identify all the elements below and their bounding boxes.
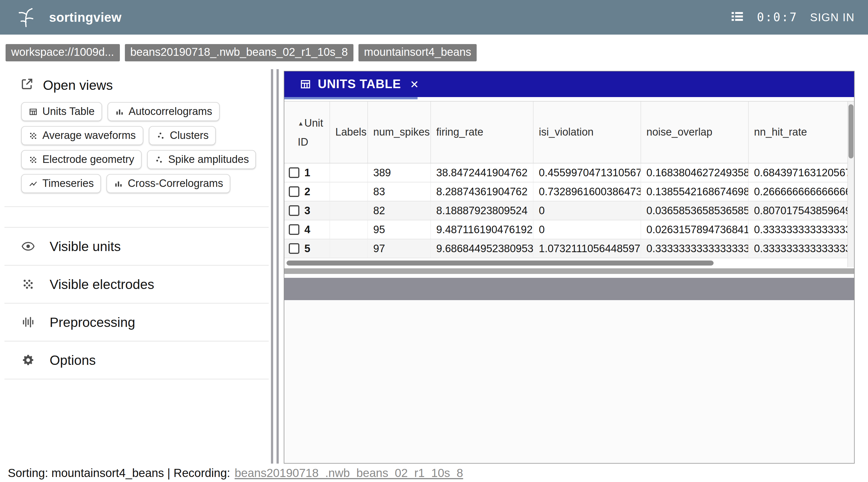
table-row: 2 83 8.28874361904762 0.7328961600386473… (284, 182, 854, 201)
open-electrode-geometry-button[interactable]: Electrode geometry (21, 150, 142, 169)
open-views-header: Open views (20, 77, 261, 93)
sidebar-item-options[interactable]: Options (4, 341, 269, 379)
cell-isi-violation: 1.0732111056448597 (533, 239, 641, 258)
status-bar: Sorting: mountainsort4_beans | Recording… (0, 464, 868, 482)
open-views-section: Open views Units Table Autocorrelograms … (4, 69, 269, 207)
unit-id: 4 (304, 223, 310, 236)
cell-noise-overlap: 0.03658536585365857 (641, 201, 748, 220)
tab-strip (284, 97, 854, 99)
column-header-firing-rate[interactable]: firing_rate (430, 102, 533, 163)
open-autocorrelograms-button[interactable]: Autocorrelograms (107, 102, 219, 121)
open-cross-correlograms-button[interactable]: Cross-Correlograms (106, 174, 230, 193)
cell-nn-hit-rate: 0.8070175438596491 (748, 201, 854, 220)
open-timeseries-button[interactable]: Timeseries (21, 174, 101, 193)
column-header-num-spikes[interactable]: num_spikes (367, 102, 430, 163)
app-title: sortingview (49, 10, 122, 25)
sortingview-app: sortingview 0:0:7 SIGN IN workspace://10… (0, 0, 868, 482)
cell-nn-hit-rate: 0.6843971631205674 (748, 163, 854, 182)
units-table-titlebar: UNITS TABLE ✕ (284, 72, 854, 97)
panel-splitter[interactable] (271, 69, 279, 463)
sidebar-item-visible-units[interactable]: Visible units (4, 228, 269, 265)
breadcrumb-workspace[interactable]: workspace://1009d... (6, 44, 120, 61)
launch-icon (20, 77, 34, 93)
breadcrumb-recording[interactable]: beans20190718_.nwb_beans_02_r1_10s_8 (125, 44, 353, 61)
units-table: ▲Unit ID Labels num_spikes firing_rate i… (284, 102, 854, 258)
sign-in-button[interactable]: SIGN IN (810, 11, 855, 24)
cell-num-spikes: 95 (367, 220, 430, 239)
table-row: 1 389 38.8472441904762 0.455997047131056… (284, 163, 854, 182)
cell-nn-hit-rate: 0.3333333333333333 (748, 239, 854, 258)
cell-firing-rate: 8.18887923809524 (430, 201, 533, 220)
units-table-title: UNITS TABLE (318, 77, 401, 91)
cell-labels (330, 220, 367, 239)
cell-num-spikes: 389 (367, 163, 430, 182)
app-bar-right: 0:0:7 SIGN IN (730, 9, 855, 26)
sort-ascending-icon: ▲ (298, 120, 304, 126)
unit-id: 5 (304, 243, 310, 255)
grain-icon (28, 155, 38, 164)
task-queue-icon[interactable] (730, 9, 745, 26)
open-clusters-button[interactable]: Clusters (149, 126, 216, 145)
cell-labels (330, 201, 367, 220)
vertical-scrollbar[interactable] (847, 102, 854, 267)
column-header-nn-hit-rate[interactable]: nn_hit_rate (748, 102, 854, 163)
open-views-buttons: Units Table Autocorrelograms Average wav… (20, 102, 261, 193)
open-units-table-button[interactable]: Units Table (21, 102, 102, 121)
main-panel: UNITS TABLE ✕ ▲Unit ID Labels num_s (284, 71, 855, 463)
task-monitor-counter[interactable]: 0:0:7 (757, 10, 798, 24)
column-header-noise-overlap[interactable]: noise_overlap (641, 102, 748, 163)
south-panel (284, 300, 854, 463)
units-table-view: ▲Unit ID Labels num_spikes firing_rate i… (284, 101, 854, 267)
cell-firing-rate: 38.8472441904762 (430, 163, 533, 182)
close-icon[interactable]: ✕ (410, 79, 419, 89)
status-recording-link[interactable]: beans20190718_.nwb_beans_02_r1_10s_8 (235, 466, 463, 480)
cell-labels (330, 239, 367, 258)
cell-labels (330, 182, 367, 201)
sortingview-logo-icon (14, 6, 38, 29)
horizontal-scrollbar-thumb[interactable] (286, 260, 714, 265)
column-header-isi-violation[interactable]: isi_violation (533, 102, 641, 163)
sidebar-item-preprocessing[interactable]: Preprocessing (4, 304, 269, 341)
left-sidebar: Open views Units Table Autocorrelograms … (4, 69, 269, 379)
breadcrumb-sorting[interactable]: mountainsort4_beans (359, 44, 477, 61)
row-checkbox[interactable] (289, 167, 299, 178)
table-header-row: ▲Unit ID Labels num_spikes firing_rate i… (284, 102, 854, 163)
active-tab-indicator (284, 97, 417, 99)
gear-icon (21, 353, 35, 367)
row-checkbox[interactable] (289, 205, 299, 216)
south-panel-splitter-bar[interactable] (284, 278, 854, 300)
bottom-scroll-track[interactable] (284, 268, 854, 274)
sidebar-item-visible-electrodes[interactable]: Visible electrodes (4, 265, 269, 304)
row-checkbox[interactable] (289, 243, 299, 254)
scatter-icon (154, 155, 164, 164)
unit-id: 2 (304, 186, 310, 198)
app-bar: sortingview 0:0:7 SIGN IN (0, 0, 868, 35)
cell-num-spikes: 97 (367, 239, 430, 258)
cell-labels (330, 163, 367, 182)
column-header-labels[interactable]: Labels (330, 102, 367, 163)
column-header-unit-id[interactable]: ▲Unit ID (284, 102, 330, 163)
scatter-icon (156, 131, 165, 140)
equalizer-icon (21, 315, 35, 329)
sidebar-section-list: Visible units Visible electrodes Preproc… (4, 227, 269, 379)
cell-noise-overlap: 0.13855421686746983 (641, 182, 748, 201)
table-row: 3 82 8.18887923809524 0 0.03658536585365… (284, 201, 854, 220)
cell-noise-overlap: 0.02631578947368418 (641, 220, 748, 239)
row-checkbox[interactable] (289, 224, 299, 235)
cell-firing-rate: 8.28874361904762 (430, 182, 533, 201)
cell-noise-overlap: 0.1683804627249358 (641, 163, 748, 182)
cell-firing-rate: 9.686844952380953 (430, 239, 533, 258)
open-average-waveforms-button[interactable]: Average waveforms (21, 126, 143, 145)
unit-id: 1 (304, 167, 310, 179)
eye-icon (21, 239, 35, 253)
cell-isi-violation: 0.7328961600386473 (533, 182, 641, 201)
open-views-title: Open views (43, 77, 113, 93)
cell-firing-rate: 9.487116190476192 (430, 220, 533, 239)
grain-icon (28, 131, 38, 140)
status-sorting-label: Sorting: mountainsort4_beans | Recording… (8, 466, 230, 480)
open-spike-amplitudes-button[interactable]: Spike amplitudes (147, 150, 256, 169)
cell-isi-violation: 0 (533, 201, 641, 220)
row-checkbox[interactable] (289, 186, 299, 197)
cell-isi-violation: 0.4559970471310567 (533, 163, 641, 182)
vertical-scrollbar-thumb[interactable] (848, 104, 854, 159)
